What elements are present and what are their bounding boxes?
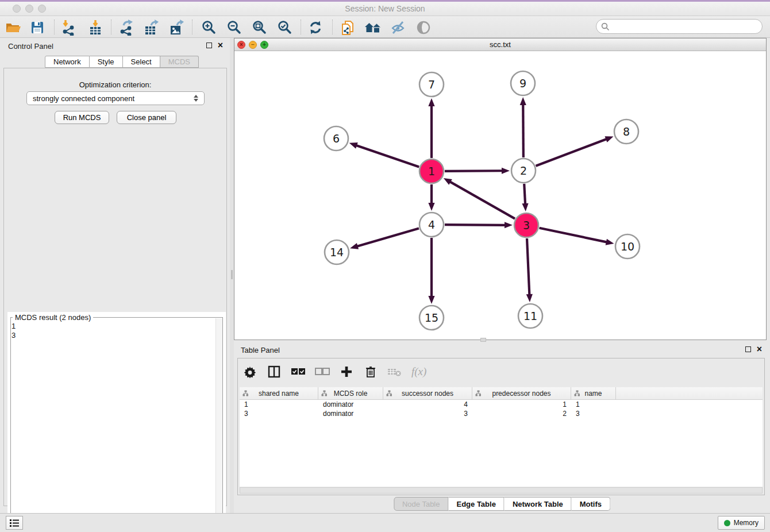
search-box[interactable] [596, 19, 763, 34]
graph-node-label: 15 [425, 311, 438, 324]
table-row[interactable]: 1dominator411 [240, 400, 763, 409]
delete-table-icon[interactable] [387, 364, 402, 379]
close-panel-icon[interactable]: × [218, 43, 223, 48]
column-header-MCDS-role[interactable]: MCDS role [318, 387, 383, 399]
graph-edge-3-1[interactable] [449, 182, 515, 219]
column-header-successor-nodes[interactable]: successor nodes [383, 387, 472, 399]
minimize-window-icon[interactable] [25, 5, 33, 13]
export-table-icon[interactable] [143, 19, 160, 36]
tab-motifs[interactable]: Motifs [572, 497, 610, 511]
mcds-result-text[interactable]: 1 3 [11, 322, 16, 340]
zoom-out-icon[interactable] [225, 19, 242, 36]
column-chooser-icon[interactable] [267, 364, 282, 379]
tab-network-table[interactable]: Network Table [505, 497, 572, 511]
home-layout-icon[interactable] [364, 19, 382, 36]
table-cell[interactable]: dominator [318, 409, 383, 418]
show-graphics-icon[interactable] [415, 19, 432, 36]
tab-select[interactable]: Select [123, 56, 160, 68]
import-network-icon[interactable] [60, 19, 77, 36]
delete-column-icon[interactable] [363, 364, 378, 379]
memory-button[interactable]: Memory [718, 516, 765, 530]
horizontal-splitter-handle[interactable] [480, 338, 486, 342]
table-rows: 1dominator4113dominator323 [240, 400, 763, 418]
import-table-icon[interactable] [87, 19, 104, 36]
close-panel-button[interactable]: Close panel [117, 111, 176, 124]
graph-node-label: 1 [428, 165, 435, 178]
graph-edge-4-3[interactable] [445, 225, 506, 225]
close-window-icon[interactable] [13, 5, 21, 13]
graph-edge-2-8[interactable] [536, 139, 607, 166]
table-panel-title: Table Panel [241, 346, 280, 354]
float-panel-icon[interactable] [206, 43, 212, 48]
run-mcds-button[interactable]: Run MCDS [55, 111, 109, 124]
open-session-icon[interactable] [5, 19, 22, 36]
search-input[interactable] [613, 22, 762, 31]
control-panel-title: Control Panel [8, 42, 53, 51]
node-table: shared nameMCDS rolesuccessor nodesprede… [240, 387, 763, 487]
column-header-predecessor-nodes[interactable]: predecessor nodes [472, 387, 571, 399]
mcds-result-scrollbar[interactable] [215, 318, 222, 530]
main-toolbar [0, 16, 770, 38]
network-window-titlebar[interactable]: × − + scc.txt [234, 38, 766, 51]
memory-status-icon [724, 520, 730, 526]
table-panel: Table Panel × [234, 342, 770, 511]
function-builder-icon[interactable]: f(x) [411, 365, 426, 378]
maximize-network-icon[interactable]: + [260, 41, 268, 49]
refresh-icon[interactable] [307, 19, 324, 36]
table-cell[interactable]: 3 [571, 409, 616, 418]
export-image-icon[interactable] [168, 19, 185, 36]
zoom-selected-icon[interactable] [276, 19, 293, 36]
deselect-all-rows-icon[interactable] [315, 364, 330, 379]
graph-edge-arrowhead [606, 239, 614, 245]
table-cell[interactable]: 2 [472, 409, 571, 418]
table-cell[interactable]: 1 [571, 400, 616, 409]
table-cell[interactable]: dominator [318, 400, 383, 409]
column-header-name[interactable]: name [571, 387, 616, 399]
close-table-panel-icon[interactable]: × [757, 346, 762, 352]
memory-label: Memory [734, 519, 759, 527]
table-cell[interactable]: 1 [240, 400, 318, 409]
export-network-icon[interactable] [117, 19, 134, 36]
column-header-shared-name[interactable]: shared name [240, 387, 318, 399]
task-history-button[interactable] [6, 516, 23, 530]
zoom-fit-icon[interactable] [251, 19, 268, 36]
tab-edge-table[interactable]: Edge Table [448, 497, 504, 511]
graph-edge-1-6[interactable] [356, 145, 419, 167]
select-all-rows-icon[interactable] [291, 364, 306, 379]
table-cell[interactable]: 3 [240, 409, 318, 418]
table-horizontal-scrollbar[interactable] [240, 487, 763, 494]
graph-edge-4-14[interactable] [357, 228, 419, 246]
table-panel-body: f(x) shared nameMCDS rolesuccessor nodes… [237, 358, 765, 495]
graph-edge-arrowhead [350, 243, 359, 249]
graph-edge-arrowhead [605, 136, 613, 142]
graph-edge-3-11[interactable] [527, 238, 529, 295]
network-canvas[interactable]: 7968124314101511 [234, 51, 766, 340]
graph-edge-3-10[interactable] [540, 228, 607, 242]
vertical-splitter[interactable] [230, 38, 234, 513]
table-settings-gear-icon[interactable] [242, 364, 257, 379]
graph-edge-1-2[interactable] [445, 171, 503, 171]
hide-details-icon[interactable] [390, 19, 407, 36]
graph-edge-2-3[interactable] [524, 184, 525, 205]
tab-style[interactable]: Style [90, 56, 123, 68]
table-cell[interactable]: 3 [383, 409, 472, 418]
table-cell[interactable]: 4 [383, 400, 472, 409]
close-network-icon[interactable]: × [237, 41, 245, 49]
graph-node-label: 7 [428, 78, 435, 91]
optimization-criterion-select[interactable]: strongly connected component [26, 91, 205, 105]
zoom-window-icon[interactable] [38, 5, 46, 13]
tab-network[interactable]: Network [45, 56, 90, 68]
graph-node-label: 4 [428, 218, 435, 231]
save-session-icon[interactable] [29, 19, 46, 36]
mcds-result-area: MCDS result (2 nodes) 1 3 [7, 312, 226, 532]
graph-edge-2-9[interactable] [523, 104, 523, 157]
table-cell[interactable]: 1 [472, 400, 571, 409]
tab-node-table[interactable]: Node Table [394, 497, 449, 511]
tab-mcds[interactable]: MCDS [160, 56, 199, 68]
add-column-icon[interactable] [339, 364, 354, 379]
table-row[interactable]: 3dominator323 [240, 409, 763, 418]
copy-network-icon[interactable] [339, 19, 356, 36]
float-table-panel-icon[interactable] [745, 346, 751, 352]
zoom-in-icon[interactable] [200, 19, 217, 36]
minimize-network-icon[interactable]: − [249, 41, 257, 49]
